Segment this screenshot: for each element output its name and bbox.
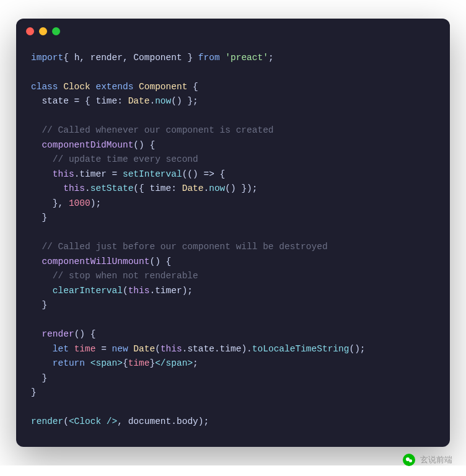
maximize-icon[interactable] bbox=[52, 27, 60, 35]
keyword: import bbox=[31, 53, 63, 63]
wechat-icon bbox=[403, 454, 415, 465]
close-icon[interactable] bbox=[26, 27, 34, 35]
titlebar bbox=[16, 19, 450, 43]
watermark-text: 玄说前端 bbox=[420, 454, 452, 465]
code-block: import{ h, render, Component } from 'pre… bbox=[16, 43, 450, 447]
code-window: import{ h, render, Component } from 'pre… bbox=[16, 19, 450, 447]
minimize-icon[interactable] bbox=[39, 27, 47, 35]
svg-point-1 bbox=[409, 459, 412, 462]
watermark: 玄说前端 bbox=[403, 454, 452, 465]
